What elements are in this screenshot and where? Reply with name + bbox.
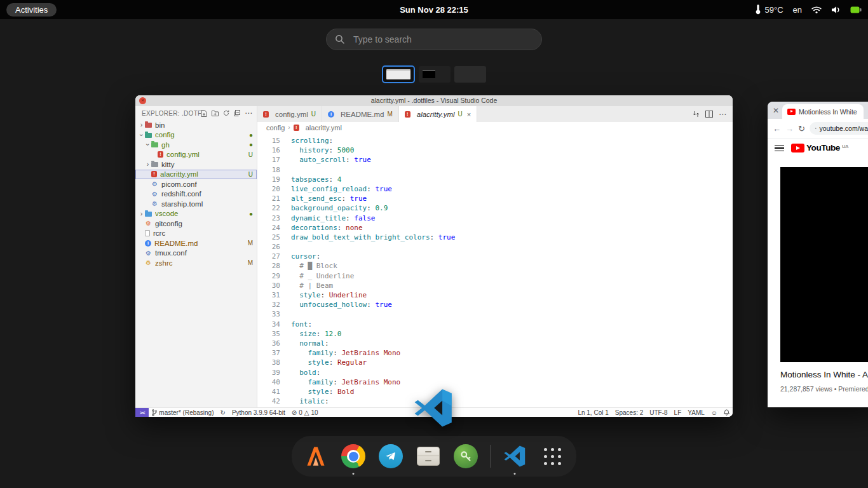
tree-item-redshift-conf[interactable]: redshift.conf (135, 189, 257, 200)
alacritty-icon (304, 445, 327, 468)
collapse-all-icon[interactable] (234, 110, 240, 116)
line-number: 28 (257, 261, 280, 271)
eol-setting[interactable]: LF (671, 408, 685, 417)
dock-item-telegram[interactable] (377, 443, 404, 470)
open-changes-icon[interactable] (693, 111, 700, 118)
notifications-button[interactable] (721, 408, 733, 417)
search-input[interactable] (326, 29, 542, 50)
tree-item-alacritty-yml[interactable]: alacritty.ymlU (135, 170, 257, 180)
workspace-thumbnail-1[interactable] (382, 65, 415, 83)
vscode-icon (503, 445, 526, 468)
clock[interactable]: Sun Nov 28 22:15 (400, 5, 468, 15)
code-line: 39 bold: (257, 368, 733, 377)
split-editor-icon[interactable] (705, 111, 713, 118)
chevron-icon: › (138, 210, 145, 217)
explorer-header: EXPLORER: .DOTFILES ⋯ (135, 106, 257, 120)
reload-icon[interactable]: ↻ (798, 124, 805, 133)
menu-icon[interactable] (775, 145, 784, 152)
code-line: 24decorations: none (257, 223, 733, 233)
vscode-logo-overlay (413, 388, 454, 428)
sync-button[interactable]: ↻ (217, 408, 229, 417)
tree-item-kitty[interactable]: ›kitty (135, 159, 257, 170)
workspace-thumbnail-2[interactable] (419, 66, 451, 83)
dock-item-alacritty[interactable] (302, 443, 329, 470)
git-status-badge: ● (249, 141, 253, 148)
git-status-badge: M (248, 240, 253, 247)
keyboard-layout-indicator[interactable]: en (793, 5, 802, 15)
forward-icon[interactable]: → (785, 124, 794, 133)
refresh-icon[interactable] (223, 110, 229, 116)
gear-icon (145, 250, 152, 257)
tree-item-gh[interactable]: ›gh● (135, 140, 257, 150)
address-bar[interactable]: youtube.com/wa (810, 122, 868, 135)
yaml-icon (151, 171, 157, 177)
remote-indicator[interactable]: >< (135, 408, 149, 417)
wifi-icon (811, 6, 822, 14)
tree-item-bin[interactable]: ›bin (135, 120, 257, 130)
dock-item-chrome[interactable] (340, 443, 367, 470)
tree-item-rcrc[interactable]: rcrc (135, 229, 257, 239)
new-folder-icon[interactable] (212, 110, 219, 116)
window-close-button[interactable] (139, 97, 146, 104)
branch-label: master* (Rebasing) (159, 409, 214, 416)
dock-item-files[interactable] (415, 443, 442, 470)
tab-config-yml[interactable]: config.ymlU (257, 106, 322, 122)
system-status-area[interactable]: 59°C en (755, 4, 862, 15)
git-branch-status[interactable]: master* (Rebasing) (149, 408, 217, 417)
youtube-tab[interactable]: Motionless In White - (782, 104, 864, 119)
encoding-setting[interactable]: UTF-8 (646, 408, 670, 417)
breadcrumb-file[interactable]: alacritty.yml (306, 124, 342, 132)
video-player[interactable] (780, 167, 868, 362)
warning-icon: △ (304, 409, 309, 416)
code-editor[interactable]: 15scrolling:16 history: 500017 auto_scro… (257, 133, 733, 407)
video-title: Motionless In White - Anot (780, 370, 868, 379)
gear-icon (151, 180, 158, 187)
tab-close-icon[interactable]: × (467, 111, 471, 118)
tree-item-zshrc[interactable]: zshrcM (135, 258, 257, 268)
cursor-position[interactable]: Ln 1, Col 1 (574, 408, 611, 417)
chrome-window[interactable]: ✕ Motionless In White - ← → ↻ youtube.co… (768, 102, 868, 407)
dock-item-vscode[interactable] (501, 443, 528, 470)
youtube-logo[interactable]: YouTube UA (791, 144, 848, 152)
editor-more-actions-icon[interactable]: ⋯ (719, 110, 727, 119)
line-number: 24 (257, 223, 280, 233)
breadcrumb[interactable]: config › alacritty.yml (257, 122, 733, 133)
python-interpreter[interactable]: Python 3.9.9 64-bit (229, 408, 288, 417)
tree-item-tmux-conf[interactable]: tmux.conf (135, 248, 257, 259)
tree-item-config-yml[interactable]: config.ymlU (135, 150, 257, 160)
tree-item-picom-conf[interactable]: picom.conf (135, 179, 257, 189)
line-number: 38 (257, 358, 280, 367)
more-actions-icon[interactable]: ⋯ (245, 109, 253, 118)
vscode-titlebar[interactable]: alacritty.yml - .dotfiles - Visual Studi… (135, 95, 733, 106)
tree-item-label: picom.conf (161, 180, 253, 188)
activities-button[interactable]: Activities (6, 3, 57, 17)
chrome-toolbar: ← → ↻ youtube.com/wa (768, 119, 868, 139)
feedback-button[interactable]: ☺ (708, 408, 721, 417)
workspace-thumbnail-3[interactable] (454, 66, 486, 83)
tab-close-icon[interactable]: ✕ (773, 106, 779, 115)
problems-indicator[interactable]: ⊘ 0 △ 10 (288, 408, 322, 417)
tree-item-label: gh (161, 141, 247, 149)
folder-icon (151, 142, 158, 147)
new-file-icon[interactable] (201, 110, 207, 117)
tree-item-readme-md[interactable]: README.mdM (135, 238, 257, 248)
back-icon[interactable]: ← (773, 124, 781, 133)
code-line: 33 (257, 309, 733, 319)
temperature-value: 59°C (764, 5, 783, 15)
dock-item-keepassxc[interactable] (452, 443, 479, 470)
tree-item-starship-toml[interactable]: starship.toml (135, 199, 257, 209)
tab-readme-md[interactable]: README.mdM (322, 106, 399, 122)
dock-item-app-grid[interactable] (539, 443, 566, 470)
tree-item-config[interactable]: ›config● (135, 130, 257, 140)
tree-item-vscode[interactable]: ›vscode● (135, 209, 257, 219)
tree-item-gitconfig[interactable]: gitconfig (135, 219, 257, 229)
workspace2-window-preview (423, 70, 435, 78)
tab-alacritty-yml[interactable]: alacritty.ymlU× (399, 106, 478, 122)
code-line: 28 # █ Block (257, 261, 733, 271)
indentation-setting[interactable]: Spaces: 2 (612, 408, 646, 417)
language-mode[interactable]: YAML (684, 408, 708, 417)
code-line: 26 (257, 242, 733, 252)
breadcrumb-folder[interactable]: config (266, 124, 285, 132)
code-line: 18 (257, 165, 733, 175)
vscode-window[interactable]: alacritty.yml - .dotfiles - Visual Studi… (135, 95, 733, 417)
